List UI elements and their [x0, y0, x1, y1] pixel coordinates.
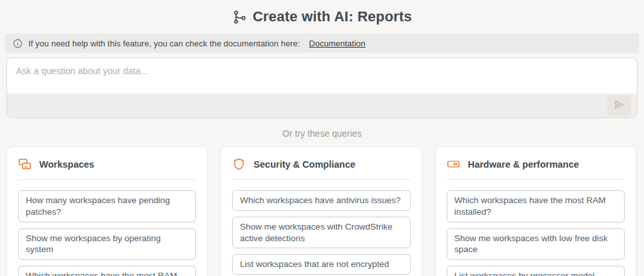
query-button[interactable]: How many workspaces have pending patches…: [18, 190, 196, 222]
divider: [232, 179, 410, 180]
try-queries-label: Or try these queries: [0, 128, 644, 139]
query-button[interactable]: Show me workspaces with CrowdStrike acti…: [232, 217, 410, 249]
divider: [18, 179, 196, 180]
query-button[interactable]: Which workspaces have antivirus issues?: [232, 190, 410, 211]
card-title: Hardware & performance: [468, 159, 579, 170]
send-icon: [613, 99, 625, 113]
card-hardware-performance: Hardware & performance Which workspaces …: [435, 146, 636, 276]
memory-icon: [447, 157, 460, 171]
query-button[interactable]: Which workspaces have the most RAM insta…: [18, 266, 196, 276]
query-button[interactable]: Show me workspaces by operating system: [18, 228, 196, 261]
shield-icon: [232, 157, 246, 171]
workspaces-icon: [18, 157, 32, 171]
documentation-link[interactable]: Documentation: [309, 39, 365, 48]
branch-icon: [232, 10, 247, 25]
card-workspaces: Workspaces How many workspaces have pend…: [6, 146, 208, 276]
create-with-ai-page: Create with AI: Reports If you need help…: [0, 0, 644, 276]
query-button[interactable]: List workspaces by processor model: [447, 266, 625, 276]
send-button[interactable]: [607, 95, 631, 115]
divider: [447, 179, 625, 180]
query-list: How many workspaces have pending patches…: [18, 190, 196, 276]
ask-box-footer: [7, 94, 637, 117]
card-title: Workspaces: [39, 159, 94, 170]
query-list: Which workspaces have antivirus issues? …: [232, 190, 410, 275]
query-cards-row: Workspaces How many workspaces have pend…: [6, 146, 636, 276]
page-title: Create with AI: Reports: [253, 8, 412, 25]
question-input[interactable]: [7, 58, 637, 94]
query-button[interactable]: Which workspaces have the most RAM insta…: [447, 190, 625, 222]
card-security-compliance: Security & Compliance Which workspaces h…: [220, 146, 422, 276]
card-title: Security & Compliance: [253, 159, 355, 170]
card-header: Security & Compliance: [232, 157, 410, 171]
page-header: Create with AI: Reports: [0, 0, 644, 32]
info-icon: [13, 39, 23, 48]
ask-box: [6, 57, 638, 118]
query-button[interactable]: Show me workspaces with low free disk sp…: [447, 228, 625, 261]
card-header: Workspaces: [18, 157, 196, 171]
query-button[interactable]: List workspaces that are not encrypted: [232, 254, 410, 275]
query-list: Which workspaces have the most RAM insta…: [447, 190, 625, 276]
info-banner: If you need help with this feature, you …: [5, 34, 639, 53]
banner-text: If you need help with this feature, you …: [28, 39, 300, 48]
card-header: Hardware & performance: [447, 157, 625, 171]
